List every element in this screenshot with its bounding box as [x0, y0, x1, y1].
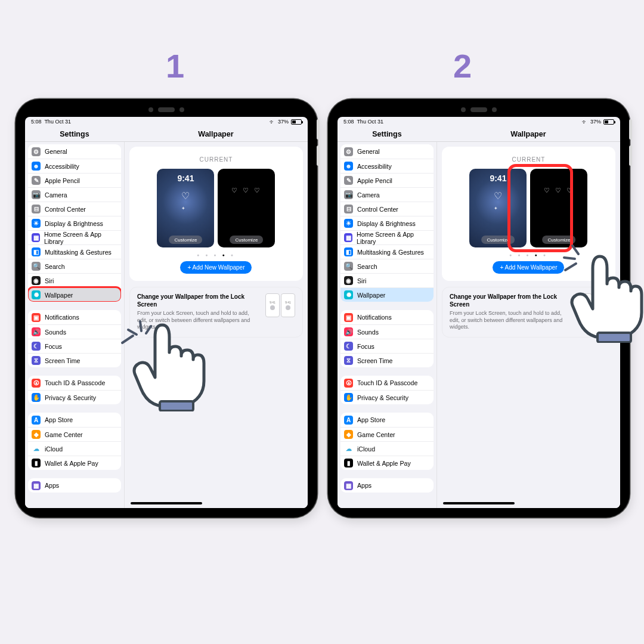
sidebar-item-wallpaper[interactable]: ✺Wallpaper — [28, 287, 121, 302]
sidebar-item-accessibility[interactable]: ☻Accessibility — [28, 159, 121, 173]
status-time: 5:08 — [31, 119, 42, 125]
sidebar-item-general[interactable]: ⚙General — [340, 144, 434, 159]
sidebar-item-label: Focus — [357, 343, 374, 350]
sidebar-item-notifications[interactable]: ▣Notifications — [340, 310, 434, 324]
detail-pane: CURRENT 9:41 ♡✦ Customize ♡ ♡ ♡ Customiz… — [436, 142, 620, 508]
sidebar-icon: ◉ — [344, 276, 353, 285]
sidebar-item-general[interactable]: ⚙General — [28, 144, 121, 159]
add-wallpaper-button[interactable]: + Add New Wallpaper — [180, 261, 252, 274]
sidebar-item-app-store[interactable]: AApp Store — [340, 413, 434, 427]
sidebar-item-label: Game Center — [357, 431, 395, 438]
customize-lock-button[interactable]: Customize — [169, 236, 203, 244]
sidebar-icon: ▦ — [344, 481, 353, 490]
customize-lock-button[interactable]: Customize — [482, 236, 515, 244]
customize-home-button[interactable]: Customize — [543, 236, 576, 244]
sidebar-item-apps[interactable]: ▦Apps — [340, 478, 434, 493]
sidebar-item-siri[interactable]: ◉Siri — [340, 273, 434, 287]
sidebar-icon: ◆ — [344, 430, 353, 439]
sidebar-item-label: Wallet & Apple Pay — [45, 460, 98, 467]
sidebar-item-apps[interactable]: ▦Apps — [28, 478, 121, 493]
sidebar-icon: ☻ — [344, 162, 353, 171]
sidebar-icon: ◧ — [32, 247, 41, 256]
hearts-icon: ♡ ♡ ♡ — [231, 187, 262, 194]
volume-up-button — [317, 119, 320, 140]
ipad-frame-2: 5:08 Thu Oct 31 ᯤ 37% Settings Wallpaper… — [328, 99, 630, 518]
sidebar-icon: ▣ — [344, 313, 353, 322]
sidebar-item-siri[interactable]: ◉Siri — [28, 273, 121, 287]
sidebar-item-multitasking-gestures[interactable]: ◧Multitasking & Gestures — [340, 244, 434, 259]
add-wallpaper-button[interactable]: + Add New Wallpaper — [493, 261, 564, 274]
sidebar-icon: ☀ — [32, 219, 41, 228]
sidebar-item-label: Notifications — [45, 314, 79, 321]
step-2-label: 2 — [453, 47, 472, 85]
sidebar-item-privacy-security[interactable]: ✋Privacy & Security — [28, 390, 121, 404]
sidebar-item-sounds[interactable]: 🔊Sounds — [28, 324, 121, 339]
sidebar-icon: 🔍 — [32, 262, 41, 271]
sidebar-item-control-center[interactable]: ⊟Control Center — [340, 202, 434, 216]
sidebar-item-label: Privacy & Security — [357, 394, 408, 401]
sidebar-icon: ⧖ — [344, 356, 353, 365]
sidebar-item-game-center[interactable]: ◆Game Center — [340, 427, 434, 441]
sidebar-item-search[interactable]: 🔍Search — [340, 259, 434, 273]
header-titles: Settings Wallpaper — [25, 126, 308, 142]
sidebar-item-home-screen-app-library[interactable]: ▦Home Screen & App Library — [340, 230, 434, 244]
sidebar-item-display-brightness[interactable]: ☀Display & Brightness — [340, 216, 434, 230]
battery-percent: 37% — [278, 119, 289, 125]
sidebar-item-focus[interactable]: ☾Focus — [340, 339, 434, 353]
sidebar-item-control-center[interactable]: ⊟Control Center — [28, 202, 121, 216]
sidebar-item-label: Wallpaper — [357, 292, 385, 299]
sidebar-icon: ▮ — [32, 459, 41, 467]
lockscreen-preview[interactable]: 9:41 ♡✦ Customize — [157, 169, 214, 247]
heart-icon: ♡✦ — [494, 190, 503, 212]
sidebar-item-icloud[interactable]: ☁iCloud — [340, 441, 434, 456]
sidebar-item-privacy-security[interactable]: ✋Privacy & Security — [340, 390, 434, 404]
current-label: CURRENT — [448, 156, 609, 163]
sidebar-title: Settings — [338, 126, 436, 141]
sidebar-icon: A — [344, 416, 353, 425]
sidebar-icon: 🔍 — [344, 262, 353, 271]
sidebar-item-screen-time[interactable]: ⧖Screen Time — [28, 353, 121, 367]
sidebar-icon: ✋ — [344, 393, 353, 402]
sidebar-item-multitasking-gestures[interactable]: ◧Multitasking & Gestures — [28, 244, 121, 259]
sidebar-item-wallet-apple-pay[interactable]: ▮Wallet & Apple Pay — [28, 456, 121, 470]
sidebar-item-apple-pencil[interactable]: ✎Apple Pencil — [340, 173, 434, 187]
sidebar-item-apple-pencil[interactable]: ✎Apple Pencil — [28, 173, 121, 187]
sidebar-item-display-brightness[interactable]: ☀Display & Brightness — [28, 216, 121, 230]
detail-pane: CURRENT 9:41 ♡✦ Customize ♡ ♡ ♡ Customiz… — [124, 142, 308, 508]
sidebar-item-game-center[interactable]: ◆Game Center — [28, 427, 121, 441]
volume-up-button — [629, 119, 632, 140]
home-indicator — [443, 502, 515, 504]
sidebar-item-camera[interactable]: 📷Camera — [28, 187, 121, 202]
sidebar-item-sounds[interactable]: 🔊Sounds — [340, 324, 434, 339]
sidebar-item-home-screen-app-library[interactable]: ▦Home Screen & App Library — [28, 230, 121, 244]
tip-title: Change your Wallpaper from the Lock Scre… — [137, 293, 259, 308]
sidebar-icon: ☻ — [32, 162, 41, 171]
sidebar-item-touch-id-passcode[interactable]: ⦿Touch ID & Passcode — [28, 376, 121, 390]
sidebar-title: Settings — [25, 126, 124, 141]
sidebar-item-notifications[interactable]: ▣Notifications — [28, 310, 121, 324]
sidebar-item-label: Siri — [357, 277, 366, 284]
sidebar-icon: ▦ — [32, 233, 40, 242]
status-date: Thu Oct 31 — [357, 119, 383, 125]
preview-time: 9:41 — [177, 174, 194, 183]
sidebar-item-wallpaper[interactable]: ✺Wallpaper — [340, 287, 434, 302]
lockscreen-tip: Change your Wallpaper from the Lock Scre… — [442, 287, 615, 338]
customize-home-button[interactable]: Customize — [230, 236, 264, 244]
current-wallpaper-card: CURRENT 9:41 ♡✦ Customize ♡ ♡ ♡ Customiz… — [129, 147, 303, 281]
sidebar-item-camera[interactable]: 📷Camera — [340, 187, 434, 202]
sidebar-item-wallet-apple-pay[interactable]: ▮Wallet & Apple Pay — [340, 456, 434, 470]
sidebar-item-app-store[interactable]: AApp Store — [28, 413, 121, 427]
homescreen-preview[interactable]: ♡ ♡ ♡ Customize — [218, 169, 275, 247]
sidebar-icon: ⊟ — [344, 205, 353, 213]
camera-notch — [148, 107, 184, 112]
sidebar-item-focus[interactable]: ☾Focus — [28, 339, 121, 353]
lockscreen-preview[interactable]: 9:41 ♡✦ Customize — [469, 169, 527, 247]
homescreen-preview[interactable]: ♡ ♡ ♡ Customize — [530, 169, 587, 247]
sidebar-item-icloud[interactable]: ☁iCloud — [28, 441, 121, 456]
sidebar-item-search[interactable]: 🔍Search — [28, 259, 121, 273]
sidebar-item-label: Camera — [357, 191, 380, 199]
sidebar-item-accessibility[interactable]: ☻Accessibility — [340, 159, 434, 173]
sidebar-item-touch-id-passcode[interactable]: ⦿Touch ID & Passcode — [340, 376, 434, 390]
sidebar-item-screen-time[interactable]: ⧖Screen Time — [340, 353, 434, 367]
volume-down-button — [317, 145, 320, 166]
